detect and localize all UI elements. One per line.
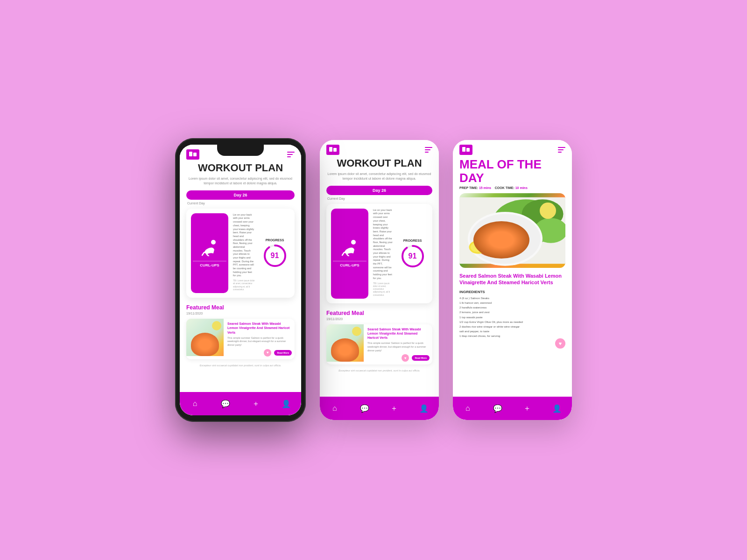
heart-btn-2[interactable]: ♥ <box>402 354 409 362</box>
logo-box-2 <box>326 145 339 155</box>
meal-name-2: Seared Salmon Steak With Wasabi Lemon Vi… <box>367 327 430 340</box>
nav-add-2[interactable]: ＋ <box>387 401 401 415</box>
meal-info-2: Seared Salmon Steak With Wasabi Lemon Vi… <box>367 324 432 364</box>
phone-3-meal: MEAL OF THE DAY PREP TIME: 15 mins COOK … <box>453 140 572 420</box>
svg-point-27 <box>493 232 505 238</box>
ingredients-title: INGREDIENTS <box>459 290 565 294</box>
footer-text-1: Excepteur sint occaecat cupidatat non pr… <box>186 364 295 367</box>
hamburger-icon-2[interactable] <box>425 147 432 153</box>
prep-time-label: PREP TIME: <box>459 186 478 189</box>
app-content-1: WORKOUT PLAN Lorem ipsum dolor sit amet,… <box>180 162 301 392</box>
scene: WORKOUT PLAN Lorem ipsum dolor sit amet,… <box>175 138 572 422</box>
ingredient-item: salt and pepper, to taste <box>459 329 565 334</box>
day-bar-2: Day 26 <box>326 186 432 195</box>
hamburger-icon-1[interactable] <box>287 152 295 157</box>
meal-name-1: Seared Salmon Steak With Wasabi Lemon Vi… <box>227 322 292 334</box>
meal-desc-2: This simple summer Salmon is perfect for… <box>367 342 430 352</box>
meal-card-1: Seared Salmon Steak With Wasabi Lemon Vi… <box>186 319 295 359</box>
progress-label-2: PROGRESS <box>403 239 422 242</box>
svg-rect-8 <box>333 148 337 152</box>
svg-line-4 <box>207 254 209 256</box>
nav-home-3[interactable]: ⌂ <box>461 401 475 415</box>
svg-point-26 <box>471 242 486 252</box>
meal-image-2 <box>326 324 364 362</box>
exercise-desc-2: Lie on your back with your arms crossed … <box>373 209 393 299</box>
device-screen: WORKOUT PLAN Lorem ipsum dolor sit amet,… <box>180 145 301 415</box>
ingredient-item: 2 handfuls watercress <box>459 305 565 310</box>
read-more-btn-2[interactable]: Read More <box>412 355 430 361</box>
svg-point-28 <box>502 231 512 235</box>
footer-text-2: Excepteur sint occaecat cupidatat non pr… <box>326 369 432 372</box>
app-screen-1: WORKOUT PLAN Lorem ipsum dolor sit amet,… <box>180 145 301 415</box>
progress-number-2: 91 <box>409 252 417 260</box>
ingredient-item: 1 lb haricot vert, stemmed <box>459 301 565 305</box>
heart-btn-1[interactable]: ♥ <box>264 349 271 357</box>
current-day-1: Current Day <box>186 202 295 205</box>
nav-profile-1[interactable]: 👤 <box>279 397 293 411</box>
meal-desc-1: This simple summer Salmon is perfect for… <box>227 336 292 347</box>
device-frame: WORKOUT PLAN Lorem ipsum dolor sit amet,… <box>175 138 306 422</box>
nav-chat-1[interactable]: 💬 <box>218 397 233 411</box>
svg-point-9 <box>351 240 356 245</box>
progress-number-1: 91 <box>271 252 279 260</box>
app-content-3: MEAL OF THE DAY PREP TIME: 15 mins COOK … <box>453 158 572 397</box>
progress-circle-1: 91 <box>263 244 287 268</box>
app-content-2: WORKOUT PLAN Lorem ipsum dolor sit amet,… <box>320 158 439 397</box>
progress-box-2: PROGRESS 91 <box>397 209 428 299</box>
app-header-3 <box>453 140 572 158</box>
svg-point-23 <box>475 230 514 253</box>
ingredient-item: 4 (6 oz.) Salmon Steaks <box>459 296 565 301</box>
meal-meta: PREP TIME: 15 mins COOK TIME: 10 mins <box>459 186 565 189</box>
heart-btn-large[interactable]: ♥ <box>555 338 565 349</box>
svg-line-11 <box>347 254 349 256</box>
exercise-card-1: CURL-UPS Lie on your back with your arms… <box>186 209 295 298</box>
ingredient-item: 1 tbsp minced chives, for serving <box>459 334 565 338</box>
logo-2 <box>326 145 339 155</box>
logo-3 <box>459 145 472 155</box>
nav-chat-2[interactable]: 💬 <box>358 401 372 415</box>
ingredient-item: 2 dashes rice wine vinegar or white wine… <box>459 324 565 329</box>
meal-hero-image <box>459 193 565 268</box>
logo-box-3 <box>459 145 472 155</box>
logo-1 <box>186 149 199 160</box>
meal-actions-1: ♥ Read More <box>227 349 292 357</box>
nav-chat-3[interactable]: 💬 <box>491 401 505 415</box>
svg-rect-14 <box>462 147 465 152</box>
meal-image-inner-2 <box>326 324 364 362</box>
workout-title-1: WORKOUT PLAN <box>186 162 295 174</box>
nav-home-2[interactable]: ⌂ <box>328 401 342 415</box>
app-screen-3: MEAL OF THE DAY PREP TIME: 15 mins COOK … <box>453 140 572 420</box>
svg-point-2 <box>211 240 216 245</box>
ingredient-item: 1 tsp wasabi paste <box>459 315 565 320</box>
exercise-figure-2 <box>340 239 359 259</box>
nav-add-3[interactable]: ＋ <box>520 401 534 415</box>
svg-point-24 <box>493 229 525 247</box>
meal-page-title: MEAL OF THE DAY <box>459 158 565 184</box>
featured-meal-1: Featured Meal 19/11/2020 Seared Salmon S… <box>186 304 295 359</box>
svg-point-21 <box>470 214 540 264</box>
hamburger-icon-3[interactable] <box>558 147 565 153</box>
progress-box-1: PROGRESS 91 <box>260 213 290 294</box>
featured-meal-title-1: Featured Meal <box>186 304 295 311</box>
featured-meal-date-1: 19/11/2020 <box>186 312 295 315</box>
meal-actions-2: ♥ Read More <box>367 354 430 362</box>
cook-time-value: 10 mins <box>515 186 528 189</box>
read-more-btn-1[interactable]: Read More <box>274 350 292 356</box>
nav-home-1[interactable]: ⌂ <box>188 397 202 411</box>
exercise-figure-1 <box>200 239 219 259</box>
progress-label-1: PROGRESS <box>266 238 284 242</box>
workout-subtitle-2: Lorem ipsum dolor sit amet, consectetur … <box>326 172 432 181</box>
svg-rect-7 <box>329 147 332 152</box>
progress-circle-2: 91 <box>401 244 425 268</box>
nav-profile-2[interactable]: 👤 <box>417 401 431 415</box>
exercise-desc-1: Lie on your back with your arms crossed … <box>233 213 255 294</box>
nav-profile-3[interactable]: 👤 <box>550 401 564 415</box>
svg-line-10 <box>342 252 344 255</box>
exercise-name-1: CURL-UPS <box>193 261 226 267</box>
meal-image-inner-1 <box>186 319 224 356</box>
app-screen-2: WORKOUT PLAN Lorem ipsum dolor sit amet,… <box>320 140 439 420</box>
ingredient-item: 1/2 cup Extra Virgin Olive Oil, plus mor… <box>459 320 565 324</box>
nav-add-1[interactable]: ＋ <box>249 397 263 411</box>
device-notch <box>217 145 264 156</box>
app-header-2 <box>320 140 439 158</box>
